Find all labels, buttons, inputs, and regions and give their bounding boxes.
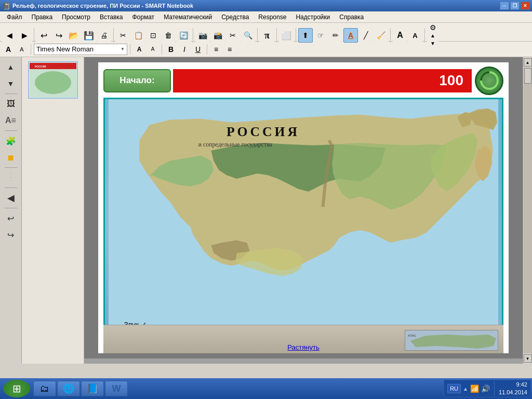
text-tool[interactable]: A bbox=[343, 28, 358, 43]
crop-button[interactable]: ✂ bbox=[225, 28, 240, 43]
right-scrollbar: ▲ ▼ bbox=[523, 57, 532, 364]
scroll-up-btn[interactable]: ▲ bbox=[524, 58, 532, 66]
date: 11.04.2014 bbox=[499, 389, 527, 396]
underline-button[interactable]: U bbox=[192, 44, 204, 55]
app3-icon: 📘 bbox=[87, 383, 98, 394]
tray-arrow[interactable]: ▲ bbox=[463, 386, 468, 392]
start-orb[interactable]: ⊞ bbox=[3, 380, 30, 397]
font-size-large[interactable]: A bbox=[393, 28, 407, 43]
pen-tool[interactable]: ✏ bbox=[328, 28, 343, 43]
font-size-medium[interactable]: A bbox=[408, 28, 422, 43]
scroll-down-left[interactable]: ▼ bbox=[3, 76, 19, 91]
slide-thumb-content: РОССИЯ bbox=[29, 62, 77, 98]
shape-button[interactable]: ⬜ bbox=[279, 28, 294, 43]
line-tool[interactable]: ╱ bbox=[358, 28, 373, 43]
menu-format[interactable]: Формат bbox=[127, 12, 159, 22]
start-button[interactable]: Начало: bbox=[103, 69, 171, 92]
scroll-track[interactable] bbox=[524, 68, 532, 353]
menu-bar: Файл Правка Просмотр Вставка Формат Мате… bbox=[0, 11, 532, 23]
taskbar-word[interactable]: W bbox=[105, 381, 128, 396]
taskbar-explorer[interactable]: 🗂 bbox=[33, 381, 56, 396]
left-sep5 bbox=[5, 208, 17, 208]
tray-network: 📶 bbox=[470, 384, 479, 393]
font-size-aa1[interactable]: A bbox=[133, 44, 145, 55]
math-button[interactable]: π bbox=[260, 28, 274, 43]
system-tray: RU ▲ 📶 🔊 9:42 11.04.2014 bbox=[444, 380, 531, 397]
tray-volume[interactable]: 🔊 bbox=[481, 384, 490, 393]
title-bar: 📓 Рельеф, геологическое строение, ПИ Рос… bbox=[0, 0, 532, 11]
clear-button[interactable]: 🔄 bbox=[176, 28, 191, 43]
minimize-button[interactable]: ─ bbox=[500, 2, 509, 10]
align-left-button[interactable]: ≡ bbox=[210, 44, 222, 55]
settings-button[interactable]: ⚙ bbox=[427, 24, 438, 31]
window-title: Рельеф, геологическое строение, ПИ Росси… bbox=[10, 3, 500, 9]
word-icon: W bbox=[112, 383, 121, 394]
font-aa-medium[interactable]: A bbox=[16, 44, 28, 55]
drag-dots: ······ bbox=[3, 170, 19, 185]
menu-response[interactable]: Response bbox=[254, 12, 291, 22]
scroll-thumb[interactable] bbox=[524, 68, 531, 84]
stretch-link[interactable]: Растянуть bbox=[287, 343, 319, 351]
maximize-button[interactable]: ❐ bbox=[510, 2, 520, 10]
print-button[interactable]: 🖨 bbox=[97, 28, 111, 43]
pointer-tool[interactable]: ☞ bbox=[313, 28, 328, 43]
open-button[interactable]: 📂 bbox=[66, 28, 81, 43]
align-right-button[interactable]: ≡ bbox=[223, 44, 236, 55]
screenshot-button[interactable]: 📸 bbox=[210, 28, 225, 43]
menu-help[interactable]: Справка bbox=[335, 12, 368, 22]
scroll-down-btn[interactable]: ▼ bbox=[524, 354, 532, 363]
delete-button[interactable]: 🗑 bbox=[161, 28, 176, 43]
text-gallery-button[interactable]: A≡ bbox=[3, 113, 19, 128]
close-button[interactable]: ✕ bbox=[521, 2, 530, 10]
copy-button[interactable]: ⊡ bbox=[146, 28, 161, 43]
nav-group: ◀ ▶ bbox=[2, 28, 34, 43]
menu-file[interactable]: Файл bbox=[2, 12, 27, 22]
menu-edit[interactable]: Правка bbox=[27, 12, 58, 22]
left-sep2 bbox=[5, 130, 17, 131]
taskbar-ie[interactable]: 🌐 bbox=[57, 381, 80, 396]
bold-button[interactable]: B bbox=[165, 44, 177, 55]
scroll-down-toolbar[interactable]: ▼ bbox=[427, 39, 438, 47]
cut-button[interactable]: ✂ bbox=[116, 28, 130, 43]
italic-button[interactable]: I bbox=[178, 44, 191, 55]
taskbar: ⊞ 🗂 🌐 📘 W RU ▲ 📶 🔊 9:42 11.04.2014 bbox=[0, 378, 532, 399]
clock[interactable]: 9:42 11.04.2014 bbox=[499, 381, 527, 397]
lang-indicator: RU bbox=[447, 384, 461, 393]
slide-thumbnail[interactable]: РОССИЯ bbox=[28, 61, 78, 99]
media-group: 📷 📸 ✂ 🔍 bbox=[195, 28, 258, 43]
taskbar-app3[interactable]: 📘 bbox=[81, 381, 104, 396]
redo-left[interactable]: ↪ bbox=[3, 227, 19, 243]
font-name: Times New Roman bbox=[36, 45, 94, 53]
start-bar: Начало: 100 bbox=[103, 68, 503, 94]
select-tool[interactable]: ⬆ bbox=[298, 28, 313, 43]
font-size-aa2[interactable]: A bbox=[147, 44, 159, 55]
back-button[interactable]: ◀ bbox=[2, 28, 17, 43]
menu-view[interactable]: Просмотр bbox=[57, 12, 95, 22]
erase-tool[interactable]: 🧹 bbox=[374, 28, 388, 43]
gallery-button[interactable]: 🖼 bbox=[3, 96, 19, 112]
scroll-up-left[interactable]: ▲ bbox=[3, 59, 19, 75]
puzzle-button[interactable]: 🧩 bbox=[3, 133, 19, 149]
undo-button[interactable]: ↩ bbox=[36, 28, 51, 43]
forward-button[interactable]: ▶ bbox=[17, 28, 32, 43]
menu-addins[interactable]: Надстройки bbox=[291, 12, 335, 22]
font-aa-large[interactable]: A bbox=[2, 44, 15, 55]
redo-button[interactable]: ↪ bbox=[51, 28, 66, 43]
yellow-square-button[interactable]: ■ bbox=[3, 150, 19, 165]
scroll-up-toolbar[interactable]: ▲ bbox=[427, 32, 438, 39]
time: 9:42 bbox=[499, 381, 527, 389]
left-sep4 bbox=[5, 188, 17, 188]
undo-left[interactable]: ↩ bbox=[3, 210, 19, 226]
menu-math[interactable]: Математический bbox=[159, 12, 217, 22]
zoom-button[interactable]: 🔍 bbox=[241, 28, 255, 43]
save-button[interactable]: 💾 bbox=[82, 28, 96, 43]
score-value: 100 bbox=[439, 72, 463, 89]
main-canvas: Начало: 100 bbox=[84, 57, 523, 358]
paste-button[interactable]: 📋 bbox=[131, 28, 145, 43]
menu-insert[interactable]: Вставка bbox=[95, 12, 128, 22]
left-arrow-btn[interactable]: ◀ bbox=[3, 190, 19, 206]
camera-button[interactable]: 📷 bbox=[195, 28, 210, 43]
font-selector[interactable]: Times New Roman ▼ bbox=[34, 44, 127, 55]
svg-text:РОССИЯ: РОССИЯ bbox=[227, 124, 300, 139]
menu-tools[interactable]: Средства bbox=[217, 12, 254, 22]
